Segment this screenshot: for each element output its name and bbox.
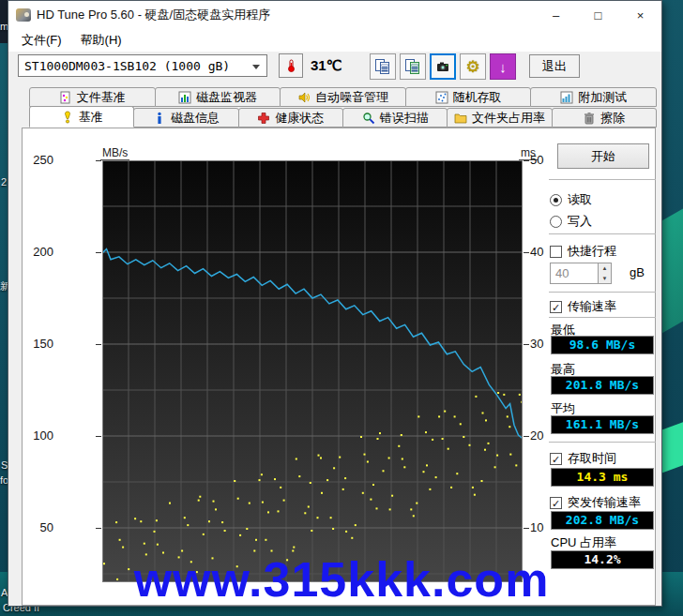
axis-tick-label: 200	[18, 245, 53, 259]
hdtune-window: HD Tune Pro 5.60 - 硬盘/固态硬盘实用程序 – □ × 文件(…	[8, 0, 662, 607]
tab-label: 基准	[79, 109, 103, 126]
axis-tick-label: 150	[18, 337, 53, 351]
axis-tick-mark	[96, 252, 101, 253]
tab-benchmark[interactable]: 基准	[29, 106, 134, 128]
axis-tick-mark	[96, 344, 101, 345]
desktop-icon-label: 2	[1, 176, 7, 188]
axis-tick-label: 50	[18, 520, 53, 534]
axis-tick-mark	[524, 160, 529, 161]
axis-ticks: 250200150100505040302010	[8, 1, 661, 606]
axis-tick-label: 100	[18, 428, 53, 443]
axis-tick-mark	[96, 436, 101, 437]
axis-tick-mark	[96, 528, 101, 529]
axis-tick-label: 20	[530, 428, 558, 443]
axis-tick-label: 30	[530, 337, 558, 351]
watermark-text: www.315kkk.com	[0, 551, 683, 608]
axis-tick-label: 10	[530, 520, 558, 534]
benchmark-bulb-icon	[61, 111, 74, 124]
axis-tick-label: 40	[530, 245, 558, 259]
axis-tick-mark	[524, 528, 529, 529]
axis-tick-label: 50	[530, 153, 558, 167]
axis-tick-mark	[524, 344, 529, 345]
axis-tick-mark	[524, 252, 529, 253]
axis-tick-mark	[524, 436, 529, 437]
axis-tick-label: 250	[18, 153, 53, 167]
axis-tick-mark	[96, 160, 101, 161]
